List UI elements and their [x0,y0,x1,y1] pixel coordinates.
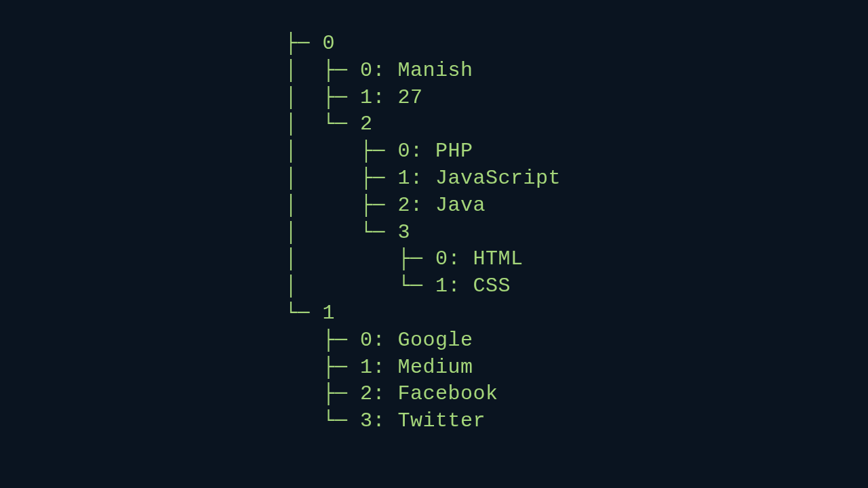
tree-line: │ ├─ 0: HTML [285,247,524,270]
tree-line: │ └─ 1: CSS [285,274,511,298]
tree-line: │ ├─ 2: Java [285,194,486,217]
tree-line: └─ 1 [285,302,335,325]
tree-line: └─ 3: Twitter [285,409,486,432]
tree-output: ├─ 0 │ ├─ 0: Manish │ ├─ 1: 27 │ └─ 2 │ … [285,30,561,435]
tree-line: │ ├─ 1: 27 [285,86,423,109]
tree-line: │ ├─ 1: JavaScript [285,167,561,190]
tree-line: │ └─ 3 [285,221,410,244]
tree-line: │ └─ 2 [285,113,373,136]
tree-line: ├─ 1: Medium [285,356,473,379]
tree-line: │ ├─ 0: PHP [285,140,473,163]
tree-line: ├─ 0: Google [285,329,473,352]
tree-line: ├─ 0 [285,32,335,55]
tree-line: │ ├─ 0: Manish [285,59,473,82]
tree-line: ├─ 2: Facebook [285,382,498,405]
